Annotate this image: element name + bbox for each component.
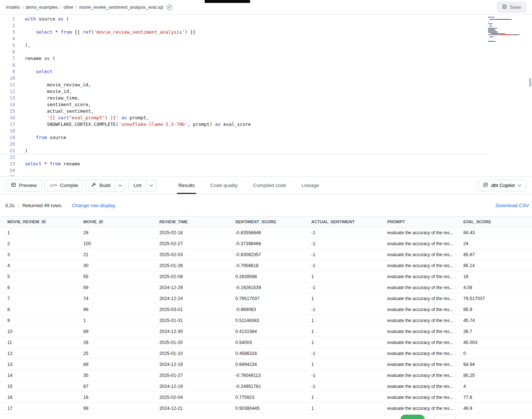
cell-review_time: 2025-01-20: [152, 340, 228, 345]
cell-sentiment_score: -0.869063: [228, 307, 304, 312]
cell-movie_review_id: 17: [0, 406, 76, 411]
cell-eval_score: 24: [456, 241, 532, 246]
cell-movie_id: 55: [76, 274, 152, 279]
cell-movie_id: 35: [76, 373, 152, 378]
cell-review_time: 2024-12-29: [152, 285, 228, 290]
code-line: 1with source as (: [0, 16, 487, 22]
change-row-display-link[interactable]: Change row display: [72, 203, 115, 208]
prompt-text: evaluate the accuracy of the res...: [387, 252, 453, 257]
breadcrumb-item[interactable]: other: [63, 5, 73, 10]
table-header: MOVIE_REVIEW_IDMOVIE_IDREVIEW_TIMESENTIM…: [0, 217, 532, 227]
cell-eval_score: 79.517037: [456, 296, 532, 301]
table-row: 17992024-12-210.503804451evaluate the ac…: [0, 403, 532, 414]
line-number: 9: [0, 68, 15, 75]
cell-prompt: evaluate the accuracy of the res...: [380, 318, 456, 323]
edit-file-icon[interactable]: [167, 4, 172, 10]
build-button-label: Build: [99, 183, 110, 188]
lint-button[interactable]: Lint: [129, 180, 146, 191]
build-button[interactable]: Build: [86, 180, 115, 191]
cell-actual_sentiment: -1: [304, 230, 380, 235]
cell-actual_sentiment: 1: [304, 406, 380, 411]
line-number: 19: [0, 134, 15, 141]
dbt-copilot-button[interactable]: dbt Copilot: [478, 180, 526, 191]
cell-prompt: evaluate the accuracy of the res...: [380, 285, 456, 290]
tab-code-quality[interactable]: Code quality: [209, 177, 239, 194]
code-line: 19 from source: [0, 134, 487, 141]
cell-movie_id: 99: [76, 406, 152, 411]
cell-prompt: evaluate the accuracy of the res...: [380, 329, 456, 334]
bottom-cutoff-green-button[interactable]: [401, 415, 425, 419]
cell-review_time: 2025-03-01: [152, 307, 228, 312]
cell-eval_score: 85.14: [456, 263, 532, 268]
prompt-text: evaluate the accuracy of the res...: [387, 274, 453, 279]
download-csv-link[interactable]: Download CSV: [495, 203, 530, 208]
compile-button[interactable]: </> Compile: [45, 180, 83, 191]
code-editor[interactable]: 1with source as (23 select * from {{ ref…: [0, 15, 532, 177]
cell-prompt: evaluate the accuracy of the res...: [380, 395, 456, 400]
code-line: 20: [0, 141, 487, 147]
prompt-text: evaluate the accuracy of the res...: [387, 307, 453, 312]
table-row: 21002025-02-27-0.37398466-1evaluate the …: [0, 238, 532, 249]
cell-movie_id: 1: [76, 318, 152, 323]
cell-prompt: evaluate the accuracy of the res...: [380, 263, 456, 268]
table-row: 12252025-01-100.4586316-1evaluate the ac…: [0, 348, 532, 359]
prompt-text: evaluate the accuracy of the res...: [387, 395, 453, 400]
cell-sentiment_score: -0.83556646: [228, 230, 304, 235]
cell-sentiment_score: 0.51148343: [228, 318, 304, 323]
cell-eval_score: 0: [456, 351, 532, 356]
code-line: 14 sentiment_score,: [0, 101, 487, 108]
cell-review_time: 2025-02-18: [152, 230, 228, 235]
cell-actual_sentiment: -1: [304, 351, 380, 356]
cell-eval_score: 4: [456, 384, 532, 389]
cell-movie_id: 21: [76, 252, 152, 257]
lint-dropdown-chevron[interactable]: [146, 180, 156, 191]
breadcrumb-item[interactable]: demo_examples: [26, 5, 58, 10]
line-number: 10: [0, 75, 15, 82]
prompt-text: evaluate the accuracy of the res...: [387, 296, 453, 301]
cell-prompt: evaluate the accuracy of the res...: [380, 351, 456, 356]
code-line: 13 review_time,: [0, 95, 487, 101]
cell-review_time: 2025-02-08: [152, 274, 228, 279]
column-header-review_time: REVIEW_TIME: [152, 220, 228, 224]
cell-sentiment_score: -0.83062357: [228, 252, 304, 257]
code-line: 9 select: [0, 68, 487, 75]
column-header-movie_review_id: MOVIE_REVIEW_ID: [0, 220, 76, 224]
cell-sentiment_score: 0.4586316: [228, 351, 304, 356]
cell-movie_id: 96: [76, 307, 152, 312]
tab-lineage[interactable]: Lineage: [300, 177, 320, 194]
preview-table-icon: [11, 182, 16, 188]
save-button-label: Save: [510, 4, 521, 10]
tab-compiled-code[interactable]: Compiled code: [252, 177, 287, 194]
cell-movie_id: 67: [76, 384, 152, 389]
column-header-sentiment_score: SENTIMENT_SCORE: [228, 220, 304, 224]
tab-results[interactable]: Results: [177, 177, 196, 194]
code-line: 10: [0, 75, 487, 82]
build-dropdown-chevron[interactable]: [115, 180, 125, 191]
line-number: 23: [0, 161, 15, 167]
cell-review_time: 2025-01-10: [152, 351, 228, 356]
prompt-text: evaluate the accuracy of the res...: [387, 406, 453, 411]
cell-sentiment_score: 0.2839588: [228, 274, 304, 279]
breadcrumb-item[interactable]: movie_review_sentiment_analysis_eval.sql: [79, 5, 163, 10]
cell-movie_review_id: 13: [0, 362, 76, 367]
cell-movie_review_id: 2: [0, 241, 76, 246]
cell-sentiment_score: 0.79517037: [228, 296, 304, 301]
bottom-cutoff-white-button[interactable]: [434, 415, 455, 419]
table-row: 11262025-01-200.540031evaluate the accur…: [0, 337, 532, 348]
code-line: 6: [0, 49, 487, 55]
code-line: 22: [0, 154, 487, 161]
cell-eval_score: 85.9: [456, 307, 532, 312]
cell-review_time: 2024-12-19: [152, 384, 228, 389]
cell-actual_sentiment: -1: [304, 241, 380, 246]
save-button[interactable]: Save: [497, 2, 526, 13]
breadcrumb-item[interactable]: models: [6, 5, 20, 10]
lint-button-label: Lint: [133, 183, 141, 188]
scrollbar-thumb[interactable]: [529, 78, 531, 87]
preview-button[interactable]: Preview: [6, 180, 42, 191]
cell-movie_review_id: 14: [0, 373, 76, 378]
cell-prompt: evaluate the accuracy of the res...: [380, 307, 456, 312]
cell-actual_sentiment: -1: [304, 373, 380, 378]
cell-eval_score: 45.74: [456, 318, 532, 323]
code-line: 5),: [0, 42, 487, 49]
code-line: 18: [0, 128, 487, 134]
